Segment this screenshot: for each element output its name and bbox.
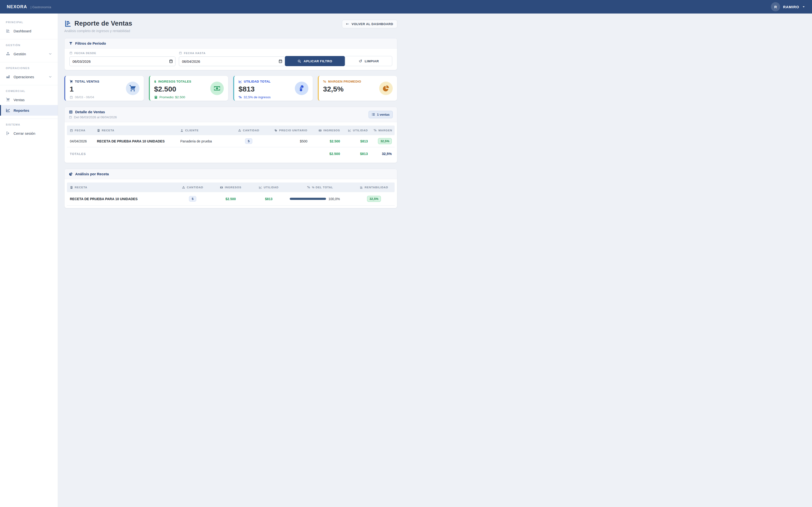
arrow-left-icon: ← bbox=[346, 22, 349, 26]
calendar-icon bbox=[179, 51, 182, 55]
stat-footer: 06/03 - 06/04 bbox=[75, 95, 94, 99]
column-header: CANTIDAD bbox=[243, 129, 259, 132]
pct-total-bar bbox=[290, 198, 326, 200]
cart-bubble bbox=[126, 81, 140, 95]
column-header: PRECIO UNITARIO bbox=[279, 129, 307, 132]
sales-table-totals: TOTALES $2.500 $813 32,5% bbox=[67, 147, 395, 160]
cell-receta: RECETA DE PRUEBA PARA 10 UNIDADES bbox=[94, 139, 177, 143]
logout-icon bbox=[6, 131, 10, 135]
calendar-icon bbox=[69, 116, 72, 119]
sales-table: FECHA RECETA CLIENTE CANTIDAD PRECIO UNI… bbox=[64, 122, 397, 163]
tag-icon bbox=[274, 129, 277, 132]
sidebar-section-comercial: COMERCIAL Ventas Reportes bbox=[0, 85, 58, 119]
recipe-table-header: RECETA CANTIDAD INGRESOS UTILIDAD % % DE… bbox=[67, 182, 395, 192]
cubes-icon bbox=[238, 129, 241, 132]
sidebar-item-cerrar-sesion[interactable]: Cerrar sesión bbox=[0, 128, 58, 138]
sidebar-section-label: GESTIÓN bbox=[0, 41, 58, 49]
calendar-icon bbox=[69, 96, 73, 99]
date-to-field: FECHA HASTA bbox=[179, 51, 285, 66]
stat-label: UTILIDAD TOTAL bbox=[244, 80, 271, 83]
apply-filter-button[interactable]: APLICAR FILTRO bbox=[285, 56, 345, 66]
recipe-book-icon bbox=[70, 186, 73, 189]
chart-line-icon bbox=[239, 80, 242, 83]
sidebar-item-label: Dashboard bbox=[13, 29, 31, 33]
page-title: Reporte de Ventas bbox=[74, 20, 132, 27]
chart-pie-icon bbox=[69, 172, 73, 176]
column-header: RENTABILIDAD bbox=[365, 186, 388, 189]
sidebar-section-label: COMERCIAL bbox=[0, 87, 58, 95]
datepicker-icon[interactable] bbox=[278, 59, 283, 63]
pct-total-label: 100,0% bbox=[328, 197, 340, 201]
sidebar-item-gestion[interactable]: Gestión bbox=[0, 49, 58, 59]
sidebar-item-dashboard[interactable]: Dashboard bbox=[0, 25, 58, 36]
cell-utilidad: $813 bbox=[251, 197, 287, 201]
brand-logo: NEXORA bbox=[7, 4, 27, 9]
datepicker-icon[interactable] bbox=[169, 59, 173, 63]
margin-badge: 32,5% bbox=[378, 138, 392, 144]
qty-badge: 5 bbox=[189, 196, 196, 202]
chevron-down-icon bbox=[49, 75, 52, 78]
brand-tagline: | Gastronomía bbox=[31, 5, 51, 9]
column-header: RECETA bbox=[102, 129, 114, 132]
undo-icon: ↺ bbox=[359, 59, 362, 63]
clear-filter-button[interactable]: ↺ LIMPIAR bbox=[345, 56, 392, 66]
calendar-icon bbox=[70, 129, 73, 132]
table-icon bbox=[69, 110, 73, 114]
recipe-analysis-card: Análisis por Receta RECETA CANTIDAD INGR… bbox=[64, 169, 397, 208]
back-to-dashboard-button[interactable]: ← VOLVER AL DASHBOARD bbox=[342, 20, 397, 28]
report-chart-icon bbox=[64, 20, 71, 27]
money-bill-icon bbox=[213, 85, 221, 92]
dollar-icon: $ bbox=[154, 80, 156, 83]
sidebar-section-gestion: GESTIÓN Gestión bbox=[0, 39, 58, 62]
page-subtitle: Análisis completo de ingresos y rentabil… bbox=[64, 29, 132, 33]
stat-card-ingresos-totales: $ INGRESOS TOTALES $2.500 Promedio: $2.5… bbox=[149, 75, 229, 101]
top-navbar: NEXORA | Gastronomía R RAMIRO bbox=[0, 0, 406, 13]
filters-card: Filtros de Período FECHA DESDE bbox=[64, 38, 397, 70]
cart-icon bbox=[129, 85, 136, 92]
column-header: CANTIDAD bbox=[187, 186, 203, 189]
sales-table-header: FECHA RECETA CLIENTE CANTIDAD PRECIO UNI… bbox=[67, 125, 395, 135]
percent-icon: % bbox=[373, 129, 377, 132]
recipe-table-row: RECETA DE PRUEBA PARA 10 UNIDADES 5 $2.5… bbox=[67, 192, 395, 206]
percent-icon: % bbox=[307, 186, 310, 189]
sidebar-item-reportes[interactable]: Reportes bbox=[0, 105, 58, 116]
sidebar-item-ventas[interactable]: Ventas bbox=[0, 95, 58, 105]
totals-label: TOTALES bbox=[67, 152, 94, 156]
cell-precio-unitario: $500 bbox=[266, 139, 310, 143]
sidebar-section-operaciones: OPERACIONES Operaciones bbox=[0, 62, 58, 85]
chart-bars-icon bbox=[360, 186, 363, 189]
qty-badge: 5 bbox=[245, 138, 252, 144]
stat-card-total-ventas: TOTAL VENTAS 1 06/03 - 06/04 bbox=[64, 75, 144, 101]
coins-icon bbox=[298, 85, 305, 92]
totals-ingresos: $2.500 bbox=[310, 152, 343, 156]
cart-icon bbox=[6, 98, 10, 102]
percent-icon: % bbox=[323, 80, 326, 83]
pct-total-track bbox=[290, 198, 326, 200]
column-header: UTILIDAD bbox=[264, 186, 278, 189]
sales-detail-title: Detalle de Ventas bbox=[75, 110, 105, 114]
stat-footer: Promedio: $2.500 bbox=[159, 95, 185, 99]
stat-label: INGRESOS TOTALES bbox=[158, 80, 191, 83]
date-from-input[interactable] bbox=[69, 56, 175, 66]
sidebar-item-label: Gestión bbox=[13, 52, 26, 56]
date-to-input[interactable] bbox=[179, 56, 285, 66]
chart-line-icon bbox=[348, 129, 351, 132]
funnel-icon bbox=[69, 42, 73, 45]
chart-bars-icon bbox=[6, 29, 10, 33]
date-from-label: FECHA DESDE bbox=[74, 52, 96, 55]
pie-bubble bbox=[379, 81, 393, 95]
coins-bubble bbox=[295, 81, 308, 95]
sidebar-section-label: SISTEMA bbox=[0, 121, 58, 128]
column-header: % DEL TOTAL bbox=[312, 186, 333, 189]
filters-title: Filtros de Período bbox=[75, 41, 106, 45]
chart-line-icon bbox=[6, 108, 10, 113]
sidebar-item-operaciones[interactable]: Operaciones bbox=[0, 71, 58, 82]
sidebar-item-label: Cerrar sesión bbox=[13, 131, 35, 135]
column-header: MARGEN bbox=[378, 129, 392, 132]
stat-card-margen-promedio: % MARGEN PROMEDIO 32,5% bbox=[318, 75, 398, 101]
chart-line-icon bbox=[259, 186, 262, 189]
column-header: RECETA bbox=[75, 186, 87, 189]
column-header: INGRESOS bbox=[225, 186, 242, 189]
cart-icon bbox=[69, 80, 73, 83]
recipe-analysis-table: RECETA CANTIDAD INGRESOS UTILIDAD % % DE… bbox=[64, 179, 397, 208]
